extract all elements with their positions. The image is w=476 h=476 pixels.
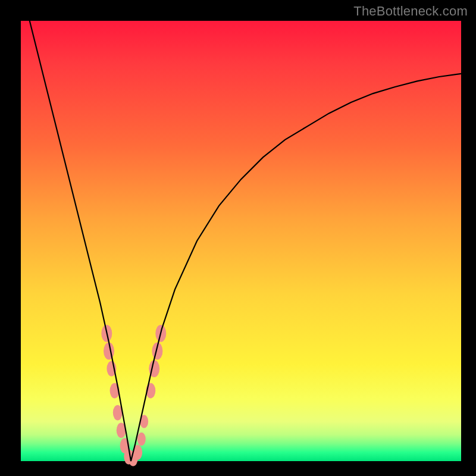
watermark-text: TheBottleneck.com <box>353 4 468 19</box>
bottleneck-curve <box>30 21 461 461</box>
plot-area <box>21 21 461 461</box>
chart-frame: TheBottleneck.com <box>0 0 476 476</box>
marker-dot <box>137 433 146 446</box>
chart-svg <box>21 21 461 461</box>
marker-group <box>101 325 166 466</box>
